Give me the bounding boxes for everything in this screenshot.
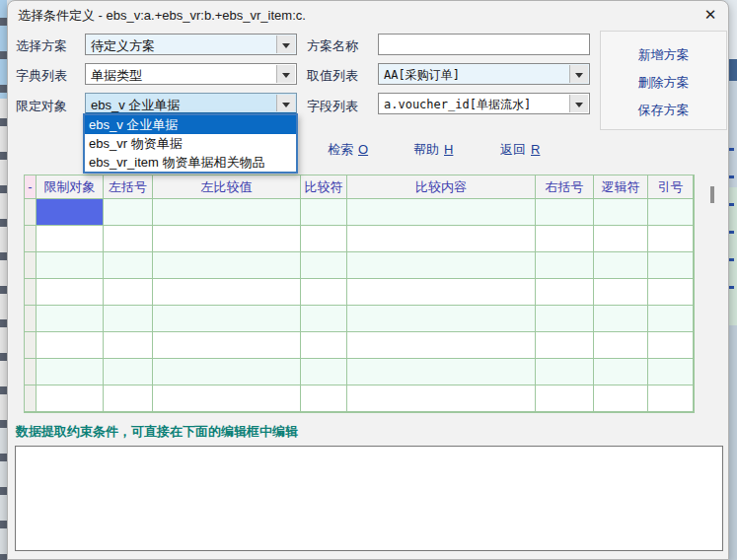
- column-header-comparator[interactable]: 比较符: [301, 175, 347, 199]
- table-cell[interactable]: [347, 385, 536, 412]
- row-header-cell[interactable]: [25, 306, 37, 332]
- table-cell[interactable]: [37, 359, 104, 385]
- table-cell[interactable]: [594, 306, 648, 332]
- chevron-down-icon[interactable]: [569, 65, 588, 83]
- column-header-quote[interactable]: 引号: [648, 175, 694, 199]
- column-header-compare-content[interactable]: 比较内容: [347, 175, 536, 199]
- row-header-cell[interactable]: [25, 199, 37, 226]
- dropdown-option-ebs-v[interactable]: ebs_v 企业单据: [85, 115, 296, 134]
- table-cell[interactable]: [153, 385, 301, 412]
- table-cell[interactable]: [37, 385, 104, 412]
- table-cell[interactable]: [536, 252, 594, 279]
- table-cell[interactable]: [104, 306, 153, 332]
- table-cell[interactable]: [153, 279, 301, 306]
- column-header-left-paren[interactable]: 左括号: [104, 175, 153, 199]
- selected-cell[interactable]: [37, 199, 104, 226]
- table-cell[interactable]: [301, 252, 347, 279]
- table-cell[interactable]: [37, 279, 104, 306]
- column-header-logic-operator[interactable]: 逻辑符: [594, 175, 648, 199]
- dropdown-option-ebs-vr-item[interactable]: ebs_vr_item 物资单据相关物品: [85, 153, 296, 172]
- table-cell[interactable]: [594, 226, 648, 252]
- table-cell[interactable]: [153, 199, 301, 226]
- table-cell[interactable]: [301, 385, 347, 412]
- table-cell[interactable]: [37, 332, 104, 359]
- delete-scheme-button[interactable]: 删除方案: [601, 74, 726, 92]
- table-cell[interactable]: [104, 279, 153, 306]
- add-scheme-button[interactable]: 新增方案: [601, 46, 726, 64]
- table-cell[interactable]: [301, 199, 347, 226]
- table-cell[interactable]: [153, 226, 301, 252]
- table-cell[interactable]: [347, 199, 536, 226]
- table-cell[interactable]: [104, 226, 153, 252]
- table-cell[interactable]: [301, 226, 347, 252]
- table-cell[interactable]: [594, 332, 648, 359]
- scheme-name-input[interactable]: [378, 34, 590, 55]
- column-header-right-paren[interactable]: 右括号: [536, 175, 594, 199]
- table-cell[interactable]: [536, 385, 594, 412]
- table-cell[interactable]: [594, 199, 648, 226]
- table-cell[interactable]: [536, 306, 594, 332]
- table-cell[interactable]: [104, 252, 153, 279]
- row-header-cell[interactable]: [25, 385, 37, 412]
- table-cell[interactable]: [536, 199, 594, 226]
- table-cell[interactable]: [153, 332, 301, 359]
- table-cell[interactable]: [104, 332, 153, 359]
- table-cell[interactable]: [37, 226, 104, 252]
- save-scheme-button[interactable]: 保存方案: [601, 102, 726, 119]
- chevron-down-icon[interactable]: [276, 95, 295, 111]
- table-cell[interactable]: [153, 359, 301, 385]
- row-header-cell[interactable]: [25, 252, 37, 279]
- table-cell[interactable]: [594, 279, 648, 306]
- table-cell[interactable]: [594, 252, 648, 279]
- limit-object-combobox[interactable]: ebs_v 企业单据: [85, 93, 297, 114]
- table-cell[interactable]: [594, 385, 648, 412]
- table-cell[interactable]: [104, 385, 153, 412]
- table-cell[interactable]: [347, 252, 536, 279]
- table-cell[interactable]: [648, 359, 694, 385]
- column-header-limit-object[interactable]: 限制对象: [37, 175, 104, 199]
- table-cell[interactable]: [536, 359, 594, 385]
- table-cell[interactable]: [648, 279, 694, 306]
- value-list-combobox[interactable]: AA[采购订单]: [378, 63, 590, 85]
- table-corner-header[interactable]: -: [25, 175, 37, 199]
- scheme-combobox[interactable]: 待定义方案: [85, 34, 297, 55]
- table-cell[interactable]: [648, 332, 694, 359]
- table-cell[interactable]: [153, 306, 301, 332]
- table-cell[interactable]: [648, 226, 694, 252]
- table-cell[interactable]: [594, 359, 648, 385]
- table-cell[interactable]: [347, 359, 536, 385]
- field-list-combobox[interactable]: a.voucher_id[单据流水]: [378, 93, 590, 114]
- vertical-scrollbar-thumb[interactable]: [710, 186, 714, 203]
- search-button[interactable]: 检索O: [328, 141, 368, 159]
- return-button[interactable]: 返回R: [500, 141, 540, 159]
- column-header-left-compare-value[interactable]: 左比较值: [153, 175, 301, 199]
- table-cell[interactable]: [536, 279, 594, 306]
- constraint-editor[interactable]: [15, 446, 723, 551]
- table-cell[interactable]: [347, 226, 536, 252]
- table-cell[interactable]: [301, 332, 347, 359]
- table-cell[interactable]: [347, 279, 536, 306]
- table-cell[interactable]: [104, 199, 153, 226]
- chevron-down-icon[interactable]: [276, 65, 295, 83]
- help-button[interactable]: 帮助H: [413, 141, 453, 159]
- dropdown-option-ebs-vr[interactable]: ebs_vr 物资单据: [85, 134, 296, 153]
- table-cell[interactable]: [301, 279, 347, 306]
- table-cell[interactable]: [347, 306, 536, 332]
- table-cell[interactable]: [648, 385, 694, 412]
- table-cell[interactable]: [301, 306, 347, 332]
- table-cell[interactable]: [648, 199, 694, 226]
- table-cell[interactable]: [536, 332, 594, 359]
- chevron-down-icon[interactable]: [569, 95, 588, 112]
- chevron-down-icon[interactable]: [276, 35, 295, 53]
- close-icon[interactable]: ✕: [699, 4, 722, 26]
- table-cell[interactable]: [648, 252, 694, 279]
- table-cell[interactable]: [37, 306, 104, 332]
- table-cell[interactable]: [301, 359, 347, 385]
- table-cell[interactable]: [37, 252, 104, 279]
- table-cell[interactable]: [153, 252, 301, 279]
- row-header-cell[interactable]: [25, 332, 37, 359]
- table-cell[interactable]: [347, 332, 536, 359]
- dictionary-combobox[interactable]: 单据类型: [85, 63, 297, 85]
- row-header-cell[interactable]: [25, 279, 37, 306]
- row-header-cell[interactable]: [25, 359, 37, 385]
